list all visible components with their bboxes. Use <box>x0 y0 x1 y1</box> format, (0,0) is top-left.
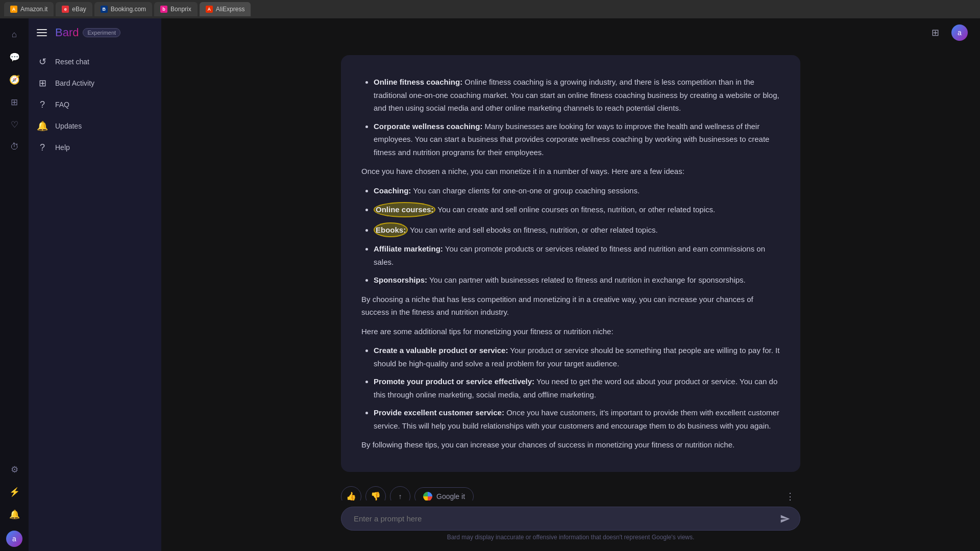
sidebar-header: Bard Experiment <box>29 18 161 47</box>
sidebar-item-updates[interactable]: 🔔 Updates <box>29 115 153 137</box>
term-customer-service: Provide excellent customer service: <box>374 408 504 417</box>
left-strip: ⌂ 💬 🧭 ⊞ ♡ ⏱ ⚙ ⚡ 🔔 a <box>0 18 29 551</box>
share-button[interactable]: ↑ <box>390 486 410 501</box>
chat-icon[interactable]: 💬 <box>4 47 24 67</box>
heart-icon[interactable]: ♡ <box>4 114 24 135</box>
disclaimer-text: Bard may display inaccurate or offensive… <box>202 531 939 547</box>
updates-icon: 🔔 <box>37 120 48 132</box>
user-avatar-strip[interactable]: a <box>6 531 22 547</box>
home-icon[interactable]: ⌂ <box>4 24 24 45</box>
response-text: Online fitness coaching: Online fitness … <box>361 76 780 452</box>
input-container <box>341 507 800 531</box>
bard-logo: Bard Experiment <box>55 26 120 39</box>
term-corporate-wellness: Corporate wellness coaching: <box>374 122 482 131</box>
term-promote: Promote your product or service effectiv… <box>374 377 534 386</box>
notification-strip-icon[interactable]: 🔔 <box>4 504 24 524</box>
layers-icon[interactable]: ⊞ <box>4 92 24 112</box>
paragraph-conclusion: By following these tips, you can increas… <box>361 438 780 452</box>
list-item-online-courses: Online courses: You can create and sell … <box>374 202 780 217</box>
thumbs-down-button[interactable]: 👎 <box>365 486 386 501</box>
list-item-ebooks: Ebooks: You can write and sell ebooks on… <box>374 222 780 238</box>
list-item-affiliate: Affiliate marketing: You can promote pro… <box>374 242 780 268</box>
list-item: Corporate wellness coaching: Many busine… <box>374 120 780 159</box>
tab-amazon[interactable]: A Amazon.it <box>4 2 54 16</box>
google-it-label: Google it <box>436 492 465 500</box>
main-content: ⊞ a Online fitness coaching: Online fitn… <box>161 18 980 551</box>
input-area: Bard may display inaccurate or offensive… <box>161 500 980 551</box>
reset-chat-icon: ↺ <box>37 56 48 67</box>
faq-label: FAQ <box>55 101 69 109</box>
term-online-fitness: Online fitness coaching: <box>374 78 462 86</box>
ebay-favicon: e <box>62 6 69 13</box>
tips-list: Create a valuable product or service: Yo… <box>361 344 780 432</box>
chat-area[interactable]: Online fitness coaching: Online fitness … <box>161 47 980 500</box>
list-item-valuable: Create a valuable product or service: Yo… <box>374 344 780 370</box>
lightning-icon[interactable]: ⚡ <box>4 482 24 502</box>
tab-booking-label: Booking.com <box>111 6 146 13</box>
response-card: Online fitness coaching: Online fitness … <box>341 55 800 472</box>
booking-favicon: B <box>101 6 108 13</box>
tab-booking[interactable]: B Booking.com <box>94 2 152 16</box>
reset-chat-label: Reset chat <box>55 58 89 66</box>
aliexpress-favicon: A <box>206 6 213 13</box>
term-affiliate: Affiliate marketing: <box>374 244 443 253</box>
apps-icon[interactable]: ⊞ <box>925 22 945 43</box>
sidebar-nav: ↺ Reset chat ⊞ Bard Activity ? FAQ 🔔 Upd… <box>29 47 161 551</box>
google-it-button[interactable]: Google it <box>414 487 474 501</box>
sidebar-item-bard-activity[interactable]: ⊞ Bard Activity <box>29 72 153 94</box>
app-title: Bard <box>55 26 79 39</box>
paragraph-tips-intro: Here are some additional tips for moneti… <box>361 325 780 338</box>
bard-activity-icon: ⊞ <box>37 78 48 89</box>
sidebar-item-faq[interactable]: ? FAQ <box>29 94 153 115</box>
sidebar: Bard Experiment ↺ Reset chat ⊞ Bard Acti… <box>29 18 161 551</box>
action-bar: 👍 👎 ↑ Google it ⋮ <box>341 480 800 501</box>
top-bullet-list: Online fitness coaching: Online fitness … <box>361 76 780 159</box>
list-item-customer-service: Provide excellent customer service: Once… <box>374 406 780 432</box>
tab-amazon-label: Amazon.it <box>20 6 47 13</box>
thumbs-up-button[interactable]: 👍 <box>341 486 361 501</box>
google-g-icon <box>423 492 432 501</box>
help-icon: ? <box>37 142 48 153</box>
send-button[interactable] <box>776 510 794 528</box>
browser-bar: A Amazon.it e eBay B Booking.com b Bonpr… <box>0 0 980 18</box>
bard-activity-label: Bard Activity <box>55 79 94 87</box>
sidebar-item-help[interactable]: ? Help <box>29 137 153 158</box>
paragraph-monetize-intro: Once you have chosen a niche, you can mo… <box>361 165 780 178</box>
faq-icon: ? <box>37 99 48 110</box>
list-item-promote: Promote your product or service effectiv… <box>374 375 780 401</box>
tab-bonprix[interactable]: b Bonprix <box>154 2 198 16</box>
settings-icon[interactable]: ⚙ <box>4 459 24 480</box>
experiment-badge: Experiment <box>83 28 120 37</box>
main-header: ⊞ a <box>161 18 980 47</box>
term-online-courses: Online courses: <box>374 205 435 214</box>
sidebar-item-reset-chat[interactable]: ↺ Reset chat <box>29 51 153 72</box>
bonprix-favicon: b <box>160 6 167 13</box>
amazon-favicon: A <box>10 6 17 13</box>
list-item: Online fitness coaching: Online fitness … <box>374 76 780 115</box>
paragraph-choosing: By choosing a niche that has less compet… <box>361 293 780 319</box>
explore-icon[interactable]: 🧭 <box>4 69 24 90</box>
tab-aliexpress-label: AliExpress <box>216 6 245 13</box>
tab-ebay-label: eBay <box>72 6 86 13</box>
list-item-sponsorships: Sponsorships: You can partner with busin… <box>374 273 780 287</box>
send-icon <box>780 514 790 524</box>
prompt-input[interactable] <box>341 507 800 531</box>
tab-bonprix-label: Bonprix <box>170 6 191 13</box>
help-label: Help <box>55 143 70 152</box>
term-valuable: Create a valuable product or service: <box>374 346 508 355</box>
term-ebooks: Ebooks: <box>374 226 408 234</box>
term-coaching: Coaching: <box>374 186 411 195</box>
list-item-coaching: Coaching: You can charge clients for one… <box>374 184 780 197</box>
monetize-list: Coaching: You can charge clients for one… <box>361 184 780 287</box>
tab-aliexpress[interactable]: A AliExpress <box>200 2 251 16</box>
more-options-button[interactable]: ⋮ <box>780 486 800 501</box>
term-sponsorships: Sponsorships: <box>374 276 427 284</box>
clock-icon[interactable]: ⏱ <box>4 137 24 157</box>
updates-label: Updates <box>55 122 82 130</box>
menu-icon[interactable] <box>37 27 49 39</box>
tab-ebay[interactable]: e eBay <box>56 2 92 16</box>
user-avatar[interactable]: a <box>951 24 968 41</box>
